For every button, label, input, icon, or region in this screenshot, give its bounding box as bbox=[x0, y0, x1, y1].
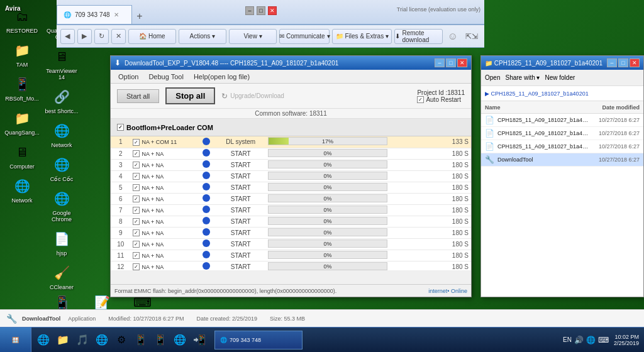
rbsoft-icon: 📱 bbox=[12, 74, 32, 94]
row-port-check[interactable]: NA + NA bbox=[130, 182, 196, 193]
table-row[interactable]: 8 NA + NA START 0% 180 S bbox=[111, 216, 471, 227]
refresh-button[interactable]: ↻ bbox=[94, 29, 109, 44]
desktop-icon-network2[interactable]: 🌐 Network bbox=[43, 121, 80, 148]
home-button[interactable]: 🏠 Home bbox=[128, 29, 176, 44]
menu-option[interactable]: Option bbox=[113, 72, 143, 82]
table-row[interactable]: 3 NA + NA START 0% 180 S bbox=[111, 159, 471, 170]
view-button[interactable]: View ▾ bbox=[229, 29, 277, 44]
menu-help[interactable]: Help(open log file) bbox=[189, 72, 255, 82]
taskbar-media-icon[interactable]: 🎵 bbox=[74, 331, 91, 349]
window-close-button[interactable]: ✕ bbox=[457, 58, 467, 67]
table-row[interactable]: 4 NA + NA START 0% 180 S bbox=[111, 170, 471, 182]
row-port-check[interactable]: NA + NA bbox=[130, 261, 196, 270]
desktop-icon-tam[interactable]: 📁 TAM bbox=[3, 40, 41, 68]
row-port-check[interactable]: NA + NA bbox=[130, 159, 196, 170]
row-port-check[interactable]: NA + NA bbox=[130, 170, 196, 182]
start-button[interactable]: 🪟 bbox=[0, 327, 31, 353]
explorer-file-item[interactable]: 📄 CPH1825_11_A09_181027_b1a40201_data...… bbox=[481, 140, 643, 153]
remote-download-button[interactable]: ⬇ Remote download bbox=[394, 29, 442, 44]
row-dot bbox=[196, 182, 216, 193]
taskbar-phone2-icon[interactable]: 📱 bbox=[152, 331, 169, 349]
table-row[interactable]: 1 NA + COM 11 DL system 17% 133 S bbox=[111, 136, 471, 148]
desktop-icon-computer[interactable]: 🖥 Computer bbox=[3, 142, 41, 170]
desktop-icon-restored[interactable]: 🗂 RESTORED bbox=[3, 6, 41, 34]
actions-button[interactable]: Actions ▾ bbox=[179, 29, 226, 44]
table-row[interactable]: 11 NA + NA START 0% 180 S bbox=[111, 250, 471, 261]
share-with-button[interactable]: Share with ▾ bbox=[505, 74, 540, 81]
desktop-icon-ccleaner[interactable]: 🧹 CCleaner bbox=[43, 263, 80, 290]
taskbar-running-apps: 🌐 709 343 748 bbox=[211, 331, 558, 349]
browser-tab-active[interactable]: 🌐 709 343 748 ✕ bbox=[57, 5, 132, 24]
communicate-button[interactable]: ✉ Communicate ▾ bbox=[279, 29, 330, 44]
table-row[interactable]: 10 NA + NA START 0% 180 S bbox=[111, 238, 471, 250]
table-row[interactable]: 7 NA + NA START 0% 180 S bbox=[111, 204, 471, 216]
taskbar-app-browser[interactable]: 🌐 709 343 748 bbox=[214, 331, 303, 349]
desktop-icon-network1[interactable]: 🌐 Network bbox=[3, 176, 41, 204]
desktop-icon-teamviewer[interactable]: 🖥 TeamViewer 14 bbox=[43, 47, 80, 80]
taskbar-settings-icon[interactable]: ⚙ bbox=[113, 331, 130, 349]
download-tool-window: ⬇ DownloadTool_EXP_P_V1804.48 ---- CPH18… bbox=[110, 55, 472, 297]
port-all-checkbox[interactable] bbox=[117, 124, 124, 131]
desktop-icon-quangsang[interactable]: 📁 QuangSang... bbox=[3, 108, 41, 136]
stop-all-button[interactable]: Stop all bbox=[165, 87, 215, 104]
start-all-button[interactable]: Start all bbox=[117, 89, 159, 103]
row-port-check[interactable]: NA + NA bbox=[130, 216, 196, 227]
expand-button[interactable]: ⇱⇲ bbox=[463, 32, 480, 41]
row-port-check[interactable]: NA + NA bbox=[130, 148, 196, 159]
desktop-icon-hjsp[interactable]: 📄 hjsp bbox=[43, 229, 80, 256]
port-header-checkbox-row: Bootflom+PreLoader COM bbox=[117, 124, 213, 131]
table-row[interactable]: 5 NA + NA START 0% 180 S bbox=[111, 182, 471, 193]
table-row[interactable]: 9 NA + NA START 0% 180 S bbox=[111, 227, 471, 238]
file-info-type: Application bbox=[68, 316, 96, 322]
explorer-close[interactable]: ✕ bbox=[630, 58, 640, 67]
row-port-check[interactable]: NA + NA bbox=[130, 250, 196, 261]
menu-debug-tool[interactable]: Debug Tool bbox=[143, 72, 188, 82]
desktop-icon-rbsoft[interactable]: 📱 RBSoft_Mo... bbox=[3, 74, 41, 102]
row-port-check[interactable]: NA + NA bbox=[130, 238, 196, 250]
desktop-icon-best[interactable]: 🔗 best Shortc... bbox=[43, 87, 80, 114]
desktop-icon-coccoc[interactable]: 🌐 Cốc Cốc bbox=[43, 155, 80, 182]
row-port-check[interactable]: NA + NA bbox=[130, 204, 196, 216]
explorer-file-item[interactable]: 📄 CPH1825_11_A09_181027_b1a40201.ofp 10/… bbox=[481, 114, 643, 127]
row-port-check[interactable]: NA + COM 11 bbox=[130, 136, 196, 148]
row-port-check[interactable]: NA + NA bbox=[130, 193, 196, 204]
taskbar-phone3-icon[interactable]: 📲 bbox=[191, 331, 208, 349]
taskbar-phone-icon[interactable]: 📱 bbox=[132, 331, 150, 349]
table-row[interactable]: 6 NA + NA START 0% 180 S bbox=[111, 193, 471, 204]
explorer-file-item[interactable]: 🔧 DownloadTool 10/27/2018 6:27 bbox=[481, 153, 643, 167]
open-button[interactable]: Open bbox=[485, 74, 500, 81]
files-extras-button[interactable]: 📁 Files & Extras ▾ bbox=[332, 29, 392, 44]
auto-restart-checkbox[interactable] bbox=[417, 96, 424, 103]
stop-button[interactable]: ✕ bbox=[111, 29, 126, 44]
explorer-minimize[interactable]: – bbox=[607, 58, 617, 67]
row-size: 180 S bbox=[430, 193, 471, 204]
browser-navbar: ◀ ▶ ↻ ✕ 🏠 Home Actions ▾ View ▾ ✉ Commun… bbox=[57, 25, 484, 48]
row-port-check[interactable]: NA + NA bbox=[130, 227, 196, 238]
row-label: DL system bbox=[216, 136, 265, 148]
computer-icon: 🖥 bbox=[12, 142, 32, 162]
back-button[interactable]: ◀ bbox=[60, 29, 75, 44]
tab-close-button[interactable]: ✕ bbox=[114, 11, 119, 18]
row-num: 2 bbox=[111, 148, 130, 159]
new-tab-button[interactable]: + bbox=[132, 9, 147, 24]
close-button[interactable]: ✕ bbox=[268, 6, 277, 15]
desktop-icon-chrome[interactable]: 🌐 Google Chrome bbox=[43, 189, 80, 223]
row-dot bbox=[196, 261, 216, 270]
file-info-name: DownloadTool bbox=[22, 316, 60, 322]
taskbar-ie-icon[interactable]: 🌐 bbox=[35, 331, 52, 349]
taskbar-chrome-icon[interactable]: 🌐 bbox=[93, 331, 111, 349]
taskbar-coccoc-icon[interactable]: 🌐 bbox=[171, 331, 189, 349]
table-row[interactable]: 12 NA + NA START 0% 180 S bbox=[111, 261, 471, 270]
auto-restart-row: Auto Restart bbox=[417, 96, 461, 103]
explorer-maximize[interactable]: □ bbox=[618, 58, 628, 67]
new-folder-button[interactable]: New folder bbox=[545, 74, 575, 81]
smiley-button[interactable]: ☺ bbox=[445, 31, 460, 42]
window-maximize-button[interactable]: □ bbox=[446, 58, 456, 67]
maximize-button[interactable]: □ bbox=[257, 6, 265, 15]
window-minimize-button[interactable]: – bbox=[435, 58, 445, 67]
taskbar-folder-icon[interactable]: 📁 bbox=[54, 331, 72, 349]
forward-button[interactable]: ▶ bbox=[77, 29, 92, 44]
minimize-button[interactable]: – bbox=[245, 6, 254, 15]
table-row[interactable]: 2 NA + NA START 0% 180 S bbox=[111, 148, 471, 159]
explorer-file-item[interactable]: 📄 CPH1825_11_A09_181027_b1a40201_data...… bbox=[481, 127, 643, 140]
